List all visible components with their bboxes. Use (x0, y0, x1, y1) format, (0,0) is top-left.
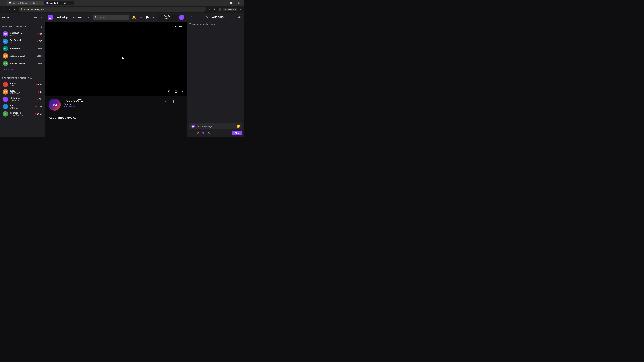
cursor-area (122, 56, 125, 62)
twitch-logo[interactable] (48, 15, 53, 20)
channel-info-betboom: betboom_eng2 (10, 55, 35, 57)
user-avatar[interactable]: U (179, 15, 184, 20)
chat-pin-button[interactable]: 📌 (195, 131, 200, 135)
download-button[interactable]: ⬇ (212, 7, 217, 12)
minimize-button[interactable]: ─ (220, 0, 228, 6)
maximize-button[interactable]: ⬜ (228, 0, 235, 6)
sidebar: For You ⟵| ⇅ FOLLOWED CHANNELS ⇅ M8 Magi… (0, 13, 45, 137)
channel-info-mikarosemusic: MikaRoseMusic (10, 62, 35, 65)
search-bar[interactable]: 🔍 (93, 15, 129, 20)
channel-avatar-magic899tv: M8 (3, 31, 8, 36)
incognito-button[interactable]: Incognito (223, 7, 238, 11)
chat-video-icon[interactable]: ▶ (191, 124, 195, 128)
chat-emoji-button[interactable]: 😊 (236, 124, 240, 128)
channel-avatar-tenz: TZ (3, 104, 8, 109)
channel-item-magic899tv[interactable]: M8 Magic899TV Music 59 (1, 30, 44, 37)
svg-point-4 (239, 15, 240, 16)
points-button[interactable]: ♦ (151, 15, 157, 20)
channel-info-rayrachel: RayRachel Music (10, 39, 36, 44)
chat-shield-button[interactable]: 🛡 (189, 131, 194, 135)
channel-name-betboom: betboom_eng2 (10, 55, 35, 57)
channel-game-tenz: VALORANT (10, 107, 34, 109)
nav-more-button[interactable]: ••• (86, 15, 90, 20)
channel-status-betboom: Offline (37, 55, 42, 57)
channel-item-tenz[interactable]: TZ TenZ VALORANT 11.7K (1, 103, 44, 110)
channel-about-title: About moodjoy071 (49, 116, 184, 120)
chat-panel: ↦ STREAM CHAT Welcome to the chat room! … (187, 13, 244, 137)
channel-status-mikarosemusic: Offline (37, 62, 42, 64)
reload-button[interactable]: ↻ (13, 7, 18, 12)
video-fullscreen-button[interactable]: ⤢ (180, 88, 185, 94)
channel-name-ironmouse: ironmouse (10, 112, 34, 114)
channel-info-kkatamina: kkatamina (10, 47, 35, 50)
url-bar[interactable]: 🔒 twitch.tv/moodjoy071 (18, 7, 206, 12)
tab-scroll-left[interactable]: ‹ (1, 1, 6, 5)
chat-users-button[interactable] (237, 14, 242, 19)
new-tab-button[interactable]: + (74, 1, 79, 5)
video-player: OFFLINE ⚙ ◫ ⤢ (45, 22, 187, 96)
sidebar-sort-icon[interactable]: ⇅ (39, 15, 43, 19)
channel-game-s0mcs: VALORANT (10, 85, 34, 87)
channel-item-ironmouse[interactable]: IM ironmouse Lethal Company 16.2K (1, 110, 44, 118)
channel-item-kkatamina[interactable]: KK kkatamina Offline (1, 45, 44, 52)
chat-collapse-button[interactable]: ↦ (189, 14, 195, 19)
notifications-button[interactable]: 🔔 (131, 15, 137, 20)
back-button[interactable]: ← (1, 7, 6, 12)
channel-about: About moodjoy071 (45, 113, 187, 124)
more-channel-options[interactable]: ⋮ (178, 98, 184, 105)
channel-item-pipluptiny[interactable]: PI pipluptiny VALORANT 601 (1, 95, 44, 103)
channel-big-avatar: MJ (49, 98, 61, 111)
chat-message-input[interactable] (196, 125, 235, 128)
browse-nav-link[interactable]: Browse (72, 15, 83, 20)
close-window-button[interactable]: ✕ (235, 0, 243, 6)
following-nav-link[interactable]: Following (55, 15, 69, 20)
chat-body: Welcome to the chat room! (187, 21, 244, 121)
video-theater-button[interactable]: ◫ (173, 88, 178, 94)
channel-item-mikarosemusic[interactable]: MR MikaRoseMusic Offline (1, 60, 44, 67)
channel-name-s0mcs: s0mcs (10, 82, 34, 85)
channel-viewers-ironmouse: 16.2K (35, 113, 42, 115)
channel-item-rayrachel[interactable]: RR RayRachel Music 367 (1, 37, 44, 45)
bookmark-button[interactable]: ☆ (207, 7, 212, 12)
messages-button[interactable]: ✉ (138, 15, 143, 20)
tab-videos[interactable]: moodjoy071's Videos - Twitch ✕ (7, 1, 44, 5)
tab-close-2[interactable]: ✕ (69, 2, 72, 4)
recommended-channels-section: RECOMMENDED CHANNELS S0 s0mcs VALORANT 8… (0, 74, 45, 119)
edit-channel-button[interactable]: ✏ (163, 98, 169, 105)
channel-status-kkatamina: Offline (37, 47, 42, 50)
channel-name-magic899tv: Magic899TV (10, 31, 36, 34)
channel-item-s0mcs[interactable]: S0 s0mcs VALORANT 8.2K (1, 81, 44, 88)
channel-game-tag[interactable]: VALORANT (64, 105, 160, 108)
extension-button[interactable]: ⬛ (218, 7, 222, 12)
channel-details: moodjoy071 Gaming VALORANT (64, 98, 160, 108)
chat-crown-button[interactable]: ♛ (201, 131, 206, 135)
live-dot-tenz (35, 106, 36, 107)
chat-settings-button[interactable]: ⚙ (206, 131, 211, 135)
share-channel-button[interactable]: ⬆ (170, 98, 176, 105)
show-more-followed[interactable]: Show More (0, 67, 45, 71)
live-dot-s0mcs (36, 84, 38, 85)
whispers-button[interactable]: 💬 (144, 15, 150, 20)
channel-info-ironmouse: ironmouse Lethal Company (10, 112, 34, 116)
channel-item-betboom[interactable]: BB betboom_eng2 Offline (1, 52, 44, 60)
followed-channels-section: FOLLOWED CHANNELS ⇅ M8 Magic899TV Music … (0, 22, 45, 73)
video-controls: ⚙ ◫ ⤢ (166, 88, 185, 94)
channel-viewers-s0mcs: 8.2K (36, 83, 42, 86)
menu-button[interactable]: ⋮ (238, 7, 243, 12)
chat-welcome-message: Welcome to the chat room! (189, 23, 242, 25)
channel-avatar-betboom: BB (3, 53, 8, 59)
tab-stream[interactable]: moodjoy071 - Twitch ✕ (44, 1, 74, 5)
channel-viewers-curry: 1K (38, 91, 42, 93)
sidebar-collapse-icon[interactable]: ⟵| (34, 15, 38, 19)
forward-button[interactable]: → (7, 7, 12, 12)
chat-send-button[interactable]: Chat (232, 131, 242, 135)
channel-viewers-pipluptiny: 601 (37, 98, 42, 100)
offline-badge: OFFLINE (172, 25, 184, 29)
get-ad-free-button[interactable]: Get Ad-Free (158, 14, 178, 21)
video-settings-button[interactable]: ⚙ (166, 88, 172, 94)
tab-close-1[interactable]: ✕ (39, 2, 42, 4)
search-input[interactable] (99, 16, 127, 18)
followed-sort-action[interactable]: ⇅ (39, 25, 43, 29)
channel-item-curry[interactable]: CU curry VALORANT 1K (1, 88, 44, 95)
url-secure-icon: 🔒 (20, 8, 23, 10)
